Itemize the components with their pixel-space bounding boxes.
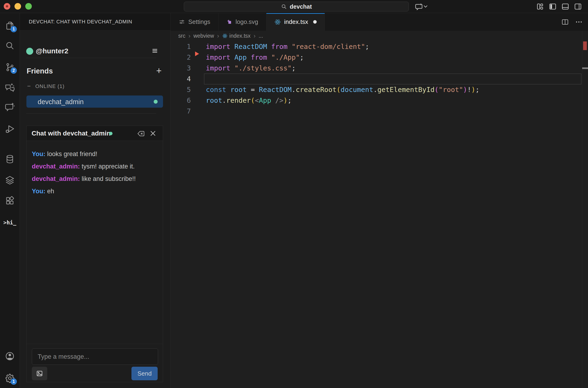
message-sender: You: <box>32 188 45 195</box>
code-line[interactable] <box>206 106 579 117</box>
account-icon <box>5 351 15 361</box>
breadcrumb-item-index-tsx[interactable]: index.tsx <box>222 33 251 39</box>
activity-search[interactable] <box>0 39 20 53</box>
image-icon <box>36 370 43 377</box>
breadcrumb-item-webview[interactable]: webview <box>193 33 214 39</box>
hi-prompt-label: >hi_ <box>3 219 16 226</box>
divider <box>27 344 163 344</box>
message-text: looks great friend! <box>45 150 97 157</box>
activity-database[interactable] <box>0 152 20 166</box>
code-line[interactable] <box>206 73 579 84</box>
online-section-header[interactable]: − ONLINE (1) <box>20 82 171 91</box>
line-number[interactable]: 3 <box>171 63 194 73</box>
activity-accounts[interactable] <box>0 349 20 363</box>
window-minimize-button[interactable] <box>15 3 21 10</box>
activity-source-control[interactable]: 2 <box>0 60 20 74</box>
chat-message: devchat_admin: like and subscribe!! <box>32 175 158 182</box>
activity-devchat[interactable] <box>0 100 20 114</box>
line-number[interactable]: 6 <box>171 95 194 106</box>
tab-index-tsx[interactable]: index.tsx <box>266 13 325 31</box>
send-button[interactable]: Send <box>132 367 158 380</box>
code-line[interactable]: import App from "./App"; <box>206 52 579 63</box>
split-editor-icon[interactable] <box>561 18 569 26</box>
extensions-icon <box>5 196 15 205</box>
user-menu-icon[interactable] <box>151 47 158 54</box>
chat-title: Chat with devchat_admin <box>32 130 111 137</box>
copilot-menu-icon[interactable] <box>414 2 428 11</box>
run-debug-icon <box>5 124 15 134</box>
code-line[interactable]: import ReactDOM from "react-dom/client"; <box>206 41 579 52</box>
toggle-primary-sidebar-icon[interactable] <box>549 2 557 11</box>
database-icon <box>5 154 15 164</box>
explorer-badge: 1 <box>11 26 17 32</box>
send-label: Send <box>137 370 152 377</box>
tab-settings[interactable]: Settings <box>171 13 218 31</box>
add-friend-button[interactable]: + <box>156 66 162 76</box>
code-lines[interactable]: import ReactDOM from "react-dom/client";… <box>206 41 579 117</box>
code-line[interactable]: root.render(<App />); <box>206 95 579 106</box>
chat-message: You: looks great friend! <box>32 151 158 157</box>
more-actions-icon[interactable] <box>575 18 583 26</box>
window-zoom-button[interactable] <box>25 3 32 10</box>
code-line[interactable]: import "./styles.css"; <box>206 63 579 73</box>
activity-bar: 1 2 <box>0 13 20 388</box>
activity-run-debug[interactable] <box>0 122 20 136</box>
clear-chat-icon[interactable] <box>137 130 145 138</box>
message-sender: You: <box>32 150 45 157</box>
editor-group: Settings logo.svg index.tsx <box>171 13 588 388</box>
attach-image-button[interactable] <box>32 367 47 380</box>
search-icon <box>281 3 287 10</box>
command-center-search[interactable]: devchat <box>184 2 409 11</box>
user-handle: @hunter2 <box>36 47 68 55</box>
breadcrumb-item-symbol[interactable]: ... <box>259 33 263 39</box>
gutter-marker-icon <box>195 51 199 56</box>
activity-extensions[interactable] <box>0 194 20 208</box>
svg-file-icon <box>226 19 232 25</box>
line-number[interactable]: 4 <box>171 73 194 84</box>
chat-online-dot <box>109 132 113 135</box>
breadcrumb-separator: › <box>253 32 255 39</box>
customize-layout-icon[interactable] <box>536 2 544 11</box>
react-icon <box>222 33 227 39</box>
search-icon <box>5 41 15 50</box>
code-line[interactable]: const root = ReactDOM.createRoot(documen… <box>206 84 579 95</box>
copilot-chat-duo-icon <box>5 82 15 93</box>
layers-icon <box>5 175 15 185</box>
settings-sliders-icon <box>179 19 185 25</box>
line-number[interactable]: 5 <box>171 84 194 95</box>
breadcrumb: src › webview › index.tsx › ... <box>171 31 588 41</box>
friend-item-devchat-admin[interactable]: devchat_admin <box>26 96 163 108</box>
vscode-window: ← → devchat <box>0 0 588 388</box>
tab-logo-svg[interactable]: logo.svg <box>218 13 266 31</box>
chat-message-input[interactable] <box>32 348 158 365</box>
line-number[interactable]: 2 <box>171 52 194 63</box>
overview-ruler[interactable] <box>582 31 582 388</box>
window-close-button[interactable] <box>4 3 10 10</box>
activity-layers[interactable] <box>0 173 20 187</box>
devchat-sidebar: DEVCHAT: CHAT WITH DEVCHAT_ADMIN @hunter… <box>20 13 171 388</box>
activity-copilot-chat[interactable] <box>0 80 20 94</box>
activity-hi-prompt[interactable]: >hi_ <box>0 216 20 230</box>
modified-dot-icon[interactable] <box>313 20 317 24</box>
activity-settings[interactable]: 1 <box>0 371 20 385</box>
line-number[interactable]: 1 <box>171 41 194 52</box>
message-text: like and subscribe!! <box>80 175 136 182</box>
close-chat-icon[interactable] <box>149 130 157 137</box>
toggle-panel-icon[interactable] <box>561 2 569 11</box>
title-bar: ← → devchat <box>0 0 588 13</box>
collapse-icon[interactable]: − <box>27 83 31 90</box>
line-number[interactable]: 7 <box>171 106 194 117</box>
tab-label: Settings <box>188 18 210 25</box>
friend-online-dot <box>154 100 158 104</box>
toggle-secondary-sidebar-icon[interactable] <box>574 2 582 11</box>
message-sender: devchat_admin: <box>32 175 80 182</box>
settings-badge: 1 <box>11 378 17 385</box>
message-text: tysm! appreciate it. <box>80 163 135 170</box>
breadcrumb-item-src[interactable]: src <box>178 33 185 39</box>
divider <box>26 113 156 114</box>
activity-explorer[interactable]: 1 <box>0 19 20 33</box>
breadcrumb-separator: › <box>217 32 219 39</box>
user-row: @hunter2 <box>20 44 171 58</box>
friends-header: Friends + <box>20 66 171 77</box>
breadcrumb-separator: › <box>188 32 190 39</box>
